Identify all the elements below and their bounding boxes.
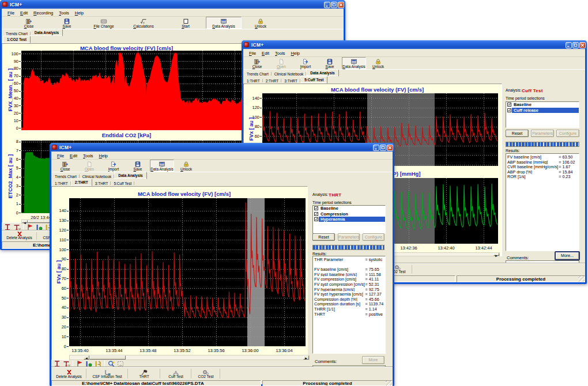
- analysis-button-csf-infusion-test[interactable]: CSF Infusion Test: [86, 368, 128, 380]
- titlebar[interactable]: ICM+: [242, 40, 587, 49]
- close-button[interactable]: [387, 145, 393, 151]
- piston-icon[interactable]: 90: [62, 360, 70, 368]
- magnifier-icon[interactable]: [107, 360, 115, 368]
- menu-item-help[interactable]: Help: [288, 50, 303, 56]
- configure-button[interactable]: Configure: [556, 130, 579, 137]
- chart-plot-fvx[interactable]: [69, 198, 306, 346]
- toolbar-button-close[interactable]: Close: [10, 17, 48, 29]
- chart-hscrollbar[interactable]: ◄ ►: [69, 355, 310, 360]
- maximize-button[interactable]: [572, 42, 579, 48]
- toolbar-button-open[interactable]: Open: [77, 160, 101, 172]
- toolbar-button-start[interactable]: Start: [165, 17, 206, 29]
- chart-plot-fv-mean[interactable]: [21, 51, 245, 130]
- checkbox-checked-icon[interactable]: [314, 206, 318, 210]
- main-tabs: Trends ChartClinical NotebookData Analys…: [52, 172, 393, 179]
- toolbar-button-close[interactable]: Close: [53, 160, 77, 172]
- more-button[interactable]: More...: [555, 252, 579, 260]
- toolbar-button-open[interactable]: Open: [269, 57, 293, 69]
- toolbar-button-unlock[interactable]: Unlock: [242, 17, 280, 29]
- subtab-1-thrt[interactable]: 1:THRT: [52, 180, 71, 186]
- resize-grip[interactable]: [578, 275, 585, 282]
- period-row-compression[interactable]: Compression: [313, 211, 385, 216]
- analysis-button-delete-analysis[interactable]: Delete Analysis: [51, 368, 86, 380]
- subtab-3-thrt[interactable]: 3:THRT: [92, 180, 111, 186]
- checkbox-checked-icon[interactable]: [314, 217, 318, 221]
- flag-icon[interactable]: [76, 360, 84, 368]
- configure-button[interactable]: Configure: [363, 233, 385, 241]
- analysis-button-co2-test[interactable]: CO2 Test: [191, 368, 220, 380]
- toolbar-button-file-change[interactable]: File Change: [86, 17, 122, 29]
- period-row-baseline[interactable]: Baseline: [313, 206, 385, 211]
- toolbar-button-import[interactable]: Import: [101, 160, 126, 172]
- dashedbox-icon[interactable]: [116, 360, 125, 368]
- subtab-5-cuff-test[interactable]: 5:Cuff Test: [300, 76, 327, 84]
- markers-icon[interactable]: [85, 360, 93, 368]
- minimize-button[interactable]: [324, 2, 330, 8]
- menu-item-file[interactable]: File: [5, 10, 17, 16]
- menu-item-file[interactable]: File: [54, 153, 67, 159]
- toolbar-button-data-analysis[interactable]: Data Analysis: [206, 17, 242, 29]
- toolbar-button-data-analysis[interactable]: Data Analysis: [342, 57, 366, 69]
- menu-item-recording[interactable]: Recording: [31, 10, 56, 16]
- close-button[interactable]: [338, 2, 344, 8]
- comments-box[interactable]: [506, 260, 579, 263]
- tab-data-analysis[interactable]: Data Analysis: [114, 172, 146, 179]
- tab-data-analysis[interactable]: Data Analysis: [31, 29, 63, 36]
- menu-item-file[interactable]: File: [246, 50, 259, 56]
- menu-item-help[interactable]: Help: [72, 10, 86, 16]
- subtab-2-thrt[interactable]: 2:THRT: [263, 78, 282, 84]
- analysis-button-cuff-test[interactable]: Cuff Test: [160, 368, 191, 380]
- toolbar-button-unlock[interactable]: Unlock: [174, 160, 198, 172]
- checkbox-checked-icon[interactable]: [507, 108, 511, 112]
- menu-item-tools[interactable]: Tools: [56, 10, 72, 16]
- scroll-left-arrow[interactable]: ◄: [22, 220, 28, 223]
- toolbar-button-save[interactable]: Save: [318, 57, 342, 69]
- toolbar-button-save[interactable]: Save: [48, 17, 86, 29]
- minimize-button[interactable]: [566, 42, 572, 48]
- subtab-2-thrt[interactable]: 2:THRT: [71, 179, 92, 186]
- subtab-1-co2-test[interactable]: 1:CO2 Test: [3, 36, 31, 43]
- parameters-button[interactable]: Parameters: [531, 130, 554, 137]
- maximize-button[interactable]: [380, 145, 386, 151]
- scroll-thumb[interactable]: [89, 355, 126, 359]
- period-row-hyperaemia[interactable]: Hyperaemia: [313, 217, 385, 222]
- analysis-button-delete-analysis[interactable]: Delete Analysis: [2, 231, 37, 241]
- scroll-thumb[interactable]: [28, 220, 50, 223]
- toolbar-button-close[interactable]: Close: [245, 57, 269, 69]
- more-button[interactable]: More: [362, 356, 385, 364]
- resize-grip[interactable]: [386, 380, 392, 385]
- minimize-button[interactable]: [373, 145, 379, 151]
- period-row-cuff-release[interactable]: Cuff release: [506, 107, 579, 112]
- reset-button[interactable]: Reset: [506, 130, 529, 137]
- ibeam-icon[interactable]: [53, 360, 61, 368]
- scroll-right-arrow[interactable]: ►: [493, 253, 499, 256]
- scroll-left-arrow[interactable]: ◄: [84, 355, 89, 359]
- subtab-5-cuff-test[interactable]: 5:Cuff Test: [111, 180, 134, 186]
- checkbox-checked-icon[interactable]: [314, 212, 318, 216]
- titlebar[interactable]: ICM+: [0, 0, 345, 9]
- menu-item-help[interactable]: Help: [96, 153, 111, 159]
- menu-item-tools[interactable]: Tools: [80, 153, 96, 159]
- menu-item-edit[interactable]: Edit: [67, 153, 80, 159]
- menu-item-tools[interactable]: Tools: [272, 50, 288, 56]
- close-button[interactable]: [579, 42, 586, 48]
- period-row-baseline[interactable]: Baseline: [506, 102, 579, 107]
- toolbar-button-calculations[interactable]: xCalculations: [122, 17, 165, 29]
- checkbox-checked-icon[interactable]: [507, 103, 511, 107]
- y-tick-mark: [19, 54, 21, 54]
- reset-button[interactable]: Reset: [312, 233, 335, 241]
- toolbar-button-import[interactable]: Import: [293, 57, 318, 69]
- toolbar-button-data-analysis[interactable]: Data Analysis: [150, 160, 174, 172]
- menu-item-edit[interactable]: Edit: [17, 10, 31, 16]
- toolbar-button-save[interactable]: Save: [126, 160, 150, 172]
- tab-trends-chart[interactable]: Trends Chart: [244, 71, 272, 77]
- menu-item-edit[interactable]: Edit: [259, 50, 272, 56]
- subtab-3-thrt[interactable]: 3:THRT: [281, 78, 300, 84]
- bars-icon[interactable]: [94, 360, 102, 368]
- subtab-1-thrt[interactable]: 1:THRT: [244, 78, 263, 84]
- maximize-button[interactable]: [331, 2, 337, 8]
- parameters-button[interactable]: Parameters: [338, 233, 360, 241]
- titlebar[interactable]: ICM+: [50, 143, 394, 152]
- toolbar-button-unlock[interactable]: Unlock: [366, 57, 390, 69]
- analysis-button-thrt[interactable]: THRT: [128, 368, 160, 380]
